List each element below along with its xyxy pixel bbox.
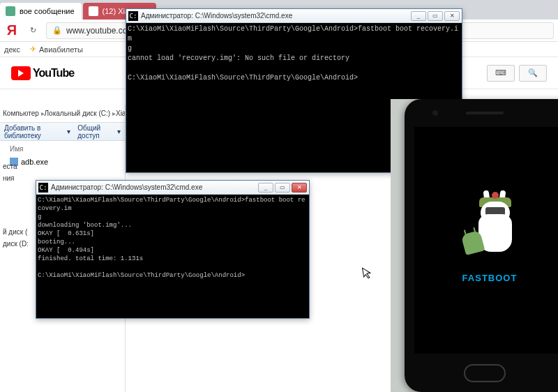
chevron-down-icon: ▾	[117, 128, 121, 135]
navpane-item[interactable]: ния	[0, 172, 28, 184]
plane-icon: ✈	[30, 45, 36, 54]
navpane-item[interactable]: диск (D:)	[0, 238, 28, 250]
minimize-button[interactable]: _	[258, 183, 273, 193]
window-title: Администратор: C:\Windows\system32\cmd.e…	[141, 12, 408, 20]
keyboard-icon: ⌨	[495, 68, 506, 77]
youtube-logo[interactable]: YouTube	[11, 66, 74, 80]
youtube-brand-text: YouTube	[33, 67, 74, 80]
minimize-button[interactable]: _	[411, 11, 426, 21]
fastboot-label: FASTBOOT	[462, 273, 518, 283]
cmd-window-2[interactable]: C: Администратор: C:\Windows\system32\cm…	[36, 180, 310, 319]
reload-button[interactable]: ↻	[25, 23, 40, 38]
phone-camera	[432, 110, 438, 116]
reload-icon: ↻	[30, 26, 36, 35]
explorer-navpane: еста ния й диск (C:) диск (D:)	[0, 160, 28, 250]
terminal-output[interactable]: C:\XiaoMi\XiaoMiFlash\Source\ThirdParty\…	[36, 195, 309, 318]
phone-home-button	[464, 364, 506, 382]
column-header-name[interactable]: Имя	[3, 144, 122, 154]
mouse-cursor-icon	[361, 266, 373, 282]
bookmark-label: декс	[4, 45, 20, 54]
phone-device: FASTBOOT	[405, 99, 558, 392]
close-button[interactable]: ✕	[292, 183, 307, 193]
window-title: Администратор: C:\Windows\system32\cmd.e…	[51, 183, 255, 191]
browser-tab[interactable]: вое сообщение	[0, 3, 82, 20]
mi-bunny-icon	[462, 197, 518, 260]
bookmark-item[interactable]: ✈ Авиабилеты	[30, 45, 83, 54]
maximize-button[interactable]: ▭	[428, 11, 443, 21]
search-icon: 🔍	[528, 68, 538, 77]
phone-screen: FASTBOOT	[414, 127, 558, 354]
crumb[interactable]: XiaoMi	[116, 110, 125, 117]
toolbar-label: Добавить в библиотеку	[4, 124, 65, 140]
lock-icon: 🔒	[52, 26, 62, 35]
maximize-button[interactable]: ▭	[275, 183, 290, 193]
crumb[interactable]: Локальный диск (C:)	[45, 110, 116, 117]
toolbar-add-library[interactable]: Добавить в библиотеку ▾	[4, 124, 70, 140]
spacer	[0, 184, 28, 226]
navpane-item[interactable]: еста	[0, 160, 28, 172]
close-button[interactable]: ✕	[444, 11, 460, 21]
chevron-down-icon: ▾	[67, 128, 70, 135]
url-text: www.youtube.com	[66, 26, 134, 36]
desk-surface: FASTBOOT	[391, 99, 558, 392]
youtube-play-icon	[11, 66, 31, 80]
bookmark-label: Авиабилеты	[39, 45, 83, 54]
window-titlebar[interactable]: C: Администратор: C:\Windows\system32\cm…	[126, 9, 462, 23]
navpane-item[interactable]: й диск (C:)	[0, 226, 28, 238]
explorer-breadcrumb[interactable]: Компьютер Локальный диск (C:) XiaoMi Xia	[0, 105, 125, 123]
yandex-logo-icon[interactable]: Я	[4, 23, 20, 38]
explorer-toolbar: Добавить в библиотеку ▾ Общий доступ ▾	[0, 123, 125, 141]
bookmark-item[interactable]: декс	[4, 45, 20, 54]
crumb[interactable]: Компьютер	[3, 110, 45, 117]
favicon-icon	[89, 6, 98, 16]
favicon-icon	[6, 6, 15, 16]
toolbar-label: Общий доступ	[77, 124, 115, 140]
toolbar-share[interactable]: Общий доступ ▾	[77, 124, 121, 140]
phone-speaker	[466, 112, 504, 114]
keyboard-button[interactable]: ⌨	[487, 65, 515, 82]
window-titlebar[interactable]: C: Администратор: C:\Windows\system32\cm…	[36, 181, 309, 195]
cmd-icon: C:	[38, 183, 48, 193]
cmd-icon: C:	[128, 11, 138, 21]
tab-label: вое сообщение	[20, 7, 75, 15]
search-button[interactable]: 🔍	[519, 65, 547, 82]
